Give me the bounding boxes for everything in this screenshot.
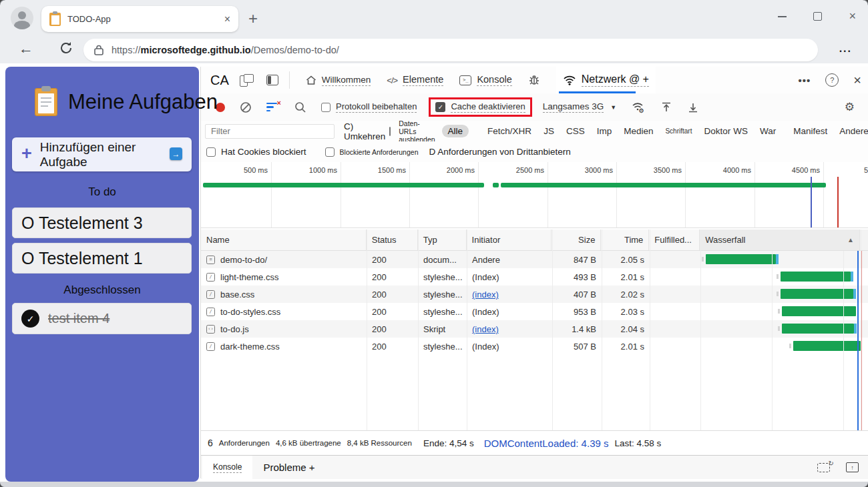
todo-item[interactable]: O Testelement 3 [12,207,192,238]
preserve-log-checkbox[interactable] [321,103,331,112]
table-row[interactable]: ≡demo-to-do/ 200 docum... Andere 847 B 2… [201,251,868,268]
export-har-icon[interactable] [687,101,699,113]
clear-icon[interactable] [240,101,252,113]
filter-pill[interactable]: Fetch/XHR [487,126,531,136]
translate-badge-icon: → [170,147,182,160]
device-emulation-icon[interactable] [240,74,253,86]
tab-title: TODO-App [67,14,224,24]
app-title: Meine Aufgaben [35,88,218,116]
tab-close-icon[interactable]: × [224,13,230,25]
drawer-tab-problems[interactable]: Probleme + [263,462,314,473]
filter-pill[interactable]: War [760,126,776,136]
disable-cache-checkbox[interactable]: ✓ [435,102,445,112]
disable-cache-label: Cache deaktivieren [451,101,525,113]
window-close-icon[interactable]: × [849,13,856,20]
page-content: Meine Aufgaben + Hinzufügen einer Aufgab… [0,63,868,482]
tab-console[interactable]: >_ Konsole [459,74,511,86]
tab-strip: TODO-App × + × [0,0,868,37]
window-minimize-icon[interactable] [778,16,787,17]
completed-item[interactable]: ✓ test item 4 [12,303,192,334]
filter-pill[interactable]: Schriftart [665,127,692,135]
hide-data-urls-label[interactable]: Daten-URLs ausblenden [399,119,435,143]
devtools-drawer: Konsole Probleme + ↑ [201,455,868,479]
browser-tab[interactable]: TODO-App × [41,6,238,32]
help-icon[interactable]: ? [825,73,839,87]
network-overview-timeline[interactable]: 500 ms 1000 ms 1500 ms 2000 ms 2500 ms 3… [201,162,868,228]
devtools-panel: CA Willkommen </> Elemente >_ Konsole [200,67,868,478]
debugger-bug-icon[interactable] [528,74,540,86]
column-fulfilled[interactable]: Fulfilled... [649,229,700,250]
check-circle-icon[interactable]: ✓ [21,310,39,328]
back-icon[interactable]: ← [19,40,33,57]
dock-side-icon[interactable] [266,75,278,85]
timeline-tick: 1500 ms [378,166,409,174]
todo-item[interactable]: O Testelement 1 [12,243,192,274]
table-row[interactable]: ‹›to-do.js 200 Skript (index) 1.4 kB 2.0… [201,320,868,338]
preserve-log-label: Protokoll beibehalten [336,101,417,113]
column-waterfall[interactable]: Wasserfall▲ [700,229,860,250]
todo-favicon-icon [49,13,61,26]
inspect-tool[interactable]: CA [210,73,229,88]
third-party-label: D Anforderungen von Drittanbietern [429,147,570,157]
invert-label: C) Umkehren [344,121,385,141]
add-task-button[interactable]: + Hinzufügen einer Aufgabe → [12,137,192,171]
tab-elements[interactable]: </> Elemente [387,74,443,86]
table-row[interactable]: /light-theme.css 200 styleshe... (Index)… [201,268,868,286]
filter-pill-all[interactable]: Alle [442,125,469,137]
column-typ[interactable]: Typ [418,229,467,250]
search-icon[interactable] [294,101,306,113]
url-text: https://microsoftedge.github.io/Demos/de… [112,45,339,55]
tab-network[interactable]: Netzwerk @ + [556,67,656,93]
column-name[interactable]: Name [201,229,367,250]
timeline-tick: 4000 ms [723,166,754,174]
stylesheet-icon: / [206,290,215,299]
column-size[interactable]: Size [552,229,601,250]
new-tab-button[interactable]: + [248,9,258,28]
initiator-link[interactable]: (index) [467,286,552,303]
filter-pill[interactable]: Manifest [793,126,827,136]
network-summary-bar: 6 Anforderungen 4,6 kB übertragene 8,4 k… [201,430,868,455]
invert-checkbox[interactable] [389,127,391,136]
filter-pill[interactable]: WS [733,126,748,136]
network-conditions-icon[interactable]: ⚙ [631,101,646,113]
devtools-close-icon[interactable]: × [853,73,861,88]
import-har-icon[interactable] [660,101,672,113]
browser-menu-icon[interactable]: ... [839,43,852,55]
expand-drawer-icon[interactable]: ↑ [846,462,859,472]
column-initiator[interactable]: Initiator [467,229,552,250]
blocked-requests-checkbox[interactable] [325,147,335,157]
filter-input[interactable] [205,124,335,139]
requests-label: Anforderungen [219,439,270,447]
timeline-dcl-line [811,177,812,227]
throttling-dropdown[interactable]: Langsames 3G ▼ [543,101,616,113]
tab-welcome[interactable]: Willkommen [306,75,371,86]
url-bar[interactable]: https://microsoftedge.github.io/Demos/de… [83,39,818,61]
initiator-link[interactable]: (index) [467,320,552,338]
settings-gear-icon[interactable]: ⚙ [845,100,855,114]
navigation-bar: ← https://microsoftedge.github.io/Demos/… [0,37,868,63]
timeline-tick: 2500 ms [516,166,548,174]
filter-pill[interactable]: CSS [566,126,585,136]
filter-pill[interactable]: Medien [624,126,653,136]
waterfall-bar [706,254,776,264]
table-row[interactable]: /to-do-styles.css 200 styleshe... (Index… [201,303,868,320]
drawer-tab-console[interactable]: Konsole [202,456,252,479]
filter-pill[interactable]: Doktor [704,126,730,136]
todo-item-marker: O [21,213,34,232]
blocked-cookies-checkbox[interactable] [206,147,216,157]
filter-icon[interactable]: × [266,102,280,113]
restart-frame-icon[interactable] [817,463,830,472]
profile-avatar[interactable] [11,7,33,29]
filter-pill[interactable]: Imp [597,126,612,136]
column-status[interactable]: Status [367,229,418,250]
column-time[interactable]: Time [601,229,649,250]
table-row[interactable]: /dark-theme.css 200 styleshe... (Index) … [201,338,868,355]
window-maximize-icon[interactable] [813,12,822,21]
reload-icon[interactable] [59,41,73,55]
filter-pill[interactable]: JS [544,126,554,136]
plus-icon: + [21,143,32,164]
waterfall-load-line [861,251,862,430]
table-row[interactable]: /base.css 200 styleshe... (index) 407 B … [201,286,868,303]
filter-pill[interactable]: Andere [839,126,868,136]
devtools-more-icon[interactable]: ••• [799,75,811,86]
